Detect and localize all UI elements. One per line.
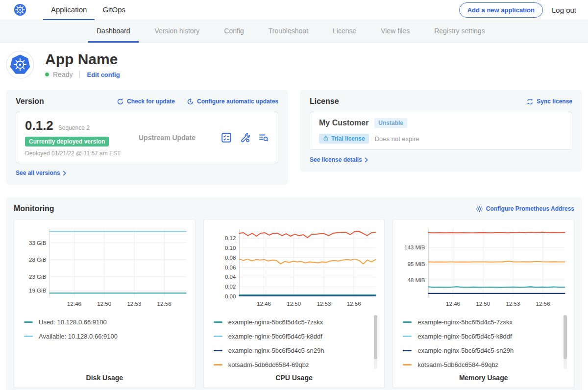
version-sequence: Sequence 2	[58, 124, 90, 131]
subnav-tab-version-history[interactable]: Version history	[147, 20, 208, 43]
svg-text:33 GiB: 33 GiB	[29, 240, 47, 246]
disk-usage-plot: 12:4612:5012:5312:5619 GiB23 GiB28 GiB33…	[19, 224, 190, 309]
channel-badge: Unstable	[374, 118, 407, 128]
version-card-title: Version	[16, 97, 44, 106]
subnav-tab-license[interactable]: License	[324, 20, 365, 43]
configure-auto-updates-link[interactable]: Configure automatic updates	[187, 98, 278, 105]
see-license-details-link[interactable]: See license details	[310, 156, 368, 163]
license-expiry: Does not expire	[375, 135, 419, 143]
svg-text:12:53: 12:53	[127, 301, 141, 307]
legend-item: example-nginx-5bc6f5d4c5-7zskx	[214, 315, 371, 329]
monitoring-section: Monitoring Configure Prometheus Address …	[6, 197, 582, 390]
svg-text:12:46: 12:46	[446, 301, 460, 307]
legend-color-dash	[214, 321, 222, 323]
license-card: License Sync license My Customer Unstabl…	[300, 90, 582, 171]
chart-title: Memory Usage	[398, 374, 569, 382]
app-kubernetes-icon	[6, 50, 34, 79]
top-nav: Application GitOps Add a new application…	[0, 0, 588, 20]
legend-color-dash	[214, 350, 222, 351]
svg-text:12:56: 12:56	[346, 301, 361, 307]
deploy-logs-icon[interactable]	[258, 132, 269, 143]
svg-text:12:53: 12:53	[506, 301, 520, 307]
legend-item: Available: 10.128.0.66:9100	[24, 329, 181, 343]
svg-text:0.12: 0.12	[225, 235, 236, 241]
svg-text:0.00: 0.00	[225, 293, 236, 299]
legend-item: kotsadm-5db6dc6584-69qbz	[214, 358, 371, 372]
svg-text:95 MiB: 95 MiB	[408, 261, 425, 267]
customer-name: My Customer	[319, 119, 368, 127]
svg-text:0.04: 0.04	[225, 274, 236, 280]
svg-text:0.08: 0.08	[225, 255, 236, 261]
legend-label: Available: 10.128.0.66:9100	[39, 333, 118, 340]
topnav-tab-gitops[interactable]: GitOps	[95, 0, 133, 20]
legend-color-dash	[403, 350, 412, 351]
topnav-tab-application[interactable]: Application	[43, 0, 95, 20]
sync-arrows-icon	[526, 98, 534, 105]
svg-text:0.10: 0.10	[225, 245, 236, 251]
subnav-tab-troubleshoot[interactable]: Troubleshoot	[260, 20, 317, 43]
add-application-button[interactable]: Add a new application	[459, 2, 543, 18]
subnav-tab-view-files[interactable]: View files	[372, 20, 418, 43]
gear-icon	[476, 205, 483, 213]
svg-text:12:56: 12:56	[157, 301, 172, 307]
legend-scrollbar-thumb[interactable]	[374, 315, 377, 359]
legend-item: example-nginx-5bc6f5d4c5-7zskx	[403, 315, 560, 329]
legend-color-dash	[24, 336, 33, 337]
app-header: App Name Ready Edit config	[0, 43, 588, 85]
legend-label: example-nginx-5bc6f5d4c5-sn29h	[417, 347, 514, 354]
license-details-box: My Customer Unstable Trial license Does …	[310, 112, 572, 150]
svg-text:12:53: 12:53	[317, 301, 331, 307]
svg-text:12:46: 12:46	[257, 301, 271, 307]
stopwatch-icon	[323, 136, 329, 142]
status-text: Ready	[53, 71, 73, 78]
legend-item: example-nginx-5bc6f5d4c5-k8ddf	[403, 329, 560, 343]
config-wrench-icon[interactable]	[240, 132, 250, 143]
version-number: 0.1.2	[25, 118, 53, 133]
legend-item: example-nginx-5bc6f5d4c5-k8ddf	[214, 329, 371, 343]
svg-text:143 MiB: 143 MiB	[404, 244, 425, 250]
topnav-tabs: Application GitOps	[43, 0, 133, 20]
license-card-title: License	[310, 97, 339, 106]
subnav-tab-registry-settings[interactable]: Registry settings	[426, 20, 493, 43]
svg-text:28 GiB: 28 GiB	[29, 257, 47, 263]
deployed-timestamp: Deployed 01/21/22 @ 11:57 am EST	[25, 150, 139, 157]
svg-text:12:50: 12:50	[287, 301, 301, 307]
svg-text:12:50: 12:50	[97, 301, 111, 307]
version-action-icons	[221, 132, 269, 143]
logout-link[interactable]: Log out	[552, 6, 576, 14]
legend-color-dash	[403, 364, 412, 366]
legend-scrollbar[interactable]	[564, 315, 567, 369]
sync-license-link[interactable]: Sync license	[526, 98, 572, 105]
legend-label: example-nginx-5bc6f5d4c5-7zskx	[417, 318, 513, 326]
svg-text:12:50: 12:50	[476, 301, 490, 307]
svg-text:48 MiB: 48 MiB	[408, 277, 425, 283]
subnav-tab-dashboard[interactable]: Dashboard	[88, 20, 139, 43]
monitoring-title: Monitoring	[14, 204, 54, 213]
legend-color-dash	[214, 364, 222, 366]
kubernetes-logo-icon	[14, 3, 26, 16]
page-title: App Name	[45, 51, 120, 67]
preflight-checks-icon[interactable]	[221, 132, 232, 143]
legend-scrollbar-thumb[interactable]	[564, 315, 567, 359]
svg-text:12:46: 12:46	[67, 301, 81, 307]
svg-text:0.06: 0.06	[225, 265, 236, 270]
subnav-tab-config[interactable]: Config	[216, 20, 252, 43]
legend-color-dash	[214, 336, 222, 337]
configure-prometheus-link[interactable]: Configure Prometheus Address	[476, 205, 574, 213]
legend-label: kotsadm-5db6dc6584-69qbz	[228, 361, 309, 368]
legend-item: example-nginx-5bc6f5d4c5-sn29h	[403, 343, 560, 358]
edit-config-link[interactable]: Edit config	[87, 71, 120, 78]
legend-label: example-nginx-5bc6f5d4c5-k8ddf	[417, 333, 512, 340]
check-for-update-link[interactable]: Check for update	[117, 98, 175, 105]
status-dot	[45, 73, 49, 76]
cards-row: Version Check for update Configure autom…	[0, 90, 588, 185]
see-all-versions-link[interactable]: See all versions	[16, 170, 66, 176]
legend-label: example-nginx-5bc6f5d4c5-k8ddf	[228, 333, 322, 340]
legend-scrollbar[interactable]	[374, 315, 377, 369]
disk-usage-chart-card: 12:4612:5012:5312:5619 GiB23 GiB28 GiB33…	[14, 219, 196, 388]
svg-text:23 GiB: 23 GiB	[29, 274, 47, 280]
legend-label: example-nginx-5bc6f5d4c5-7zskx	[228, 318, 323, 326]
version-source-label: Upstream Update	[139, 134, 196, 142]
auto-update-clock-icon	[187, 98, 194, 105]
legend-item: Used: 10.128.0.66:9100	[24, 315, 181, 329]
